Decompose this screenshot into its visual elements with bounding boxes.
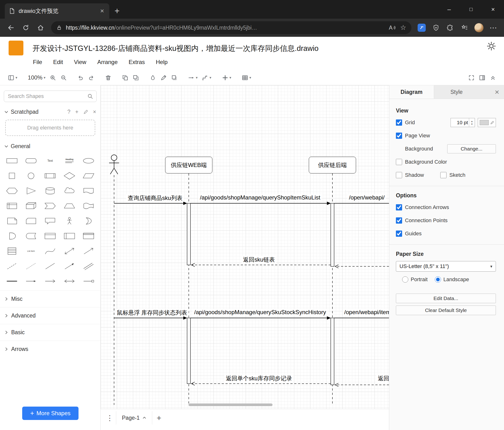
- browser-tab[interactable]: drawio文件预览 ×: [5, 3, 109, 19]
- pages-menu-icon[interactable]: ⋮: [104, 411, 116, 424]
- shape-cloud[interactable]: [60, 183, 79, 198]
- sidebar-section-arrows[interactable]: Arrows: [0, 341, 100, 357]
- format-panel-button[interactable]: [477, 72, 487, 83]
- portrait-radio[interactable]: Portrait: [402, 276, 428, 283]
- view-button[interactable]: ▾: [6, 72, 19, 83]
- shape-bidirectional-arrow[interactable]: [60, 243, 79, 259]
- shape-dotted-line[interactable]: [21, 259, 41, 273]
- tab-style[interactable]: Style: [434, 85, 479, 99]
- panel-close-icon[interactable]: ×: [490, 85, 504, 99]
- shape-note[interactable]: [2, 213, 21, 228]
- scratchpad-drop-area[interactable]: Drag elements here: [5, 120, 95, 136]
- sketch-checkbox[interactable]: Sketch: [440, 172, 465, 178]
- shape-process[interactable]: [41, 168, 60, 183]
- landscape-radio[interactable]: Landscape: [435, 276, 469, 283]
- scratchpad-help-icon[interactable]: ?: [67, 109, 70, 115]
- menu-view[interactable]: View: [74, 59, 86, 65]
- shadow-button[interactable]: [169, 72, 180, 83]
- paper-size-select[interactable]: US-Letter (8,5" x 11") ▾: [396, 261, 496, 272]
- connection-arrows-checkbox[interactable]: Connection Arrows: [396, 204, 449, 210]
- fill-color-button[interactable]: [147, 72, 158, 83]
- scratchpad-edit-icon[interactable]: [83, 109, 88, 114]
- redo-button[interactable]: [86, 72, 97, 83]
- collapse-button[interactable]: [487, 72, 498, 83]
- shape-cylinder[interactable]: [41, 183, 60, 198]
- general-section-header[interactable]: General: [0, 140, 100, 153]
- shape-tape[interactable]: [79, 198, 98, 213]
- shape-data-storage[interactable]: [21, 228, 41, 243]
- new-tab-button[interactable]: +: [115, 3, 120, 19]
- shape-list-item[interactable]: List Item: [21, 243, 41, 259]
- connection-button[interactable]: ▾: [186, 72, 200, 83]
- clear-default-style-button[interactable]: Clear Default Style: [396, 306, 496, 315]
- zoom-in-button[interactable]: [47, 72, 58, 83]
- back-button[interactable]: [4, 21, 18, 34]
- menu-edit[interactable]: Edit: [53, 59, 63, 65]
- undo-button[interactable]: [75, 72, 86, 83]
- line-color-button[interactable]: [158, 72, 169, 83]
- horizontal-scrollbar[interactable]: [189, 403, 272, 406]
- grid-checkbox-input[interactable]: [396, 120, 402, 126]
- shape-block-arrow-line[interactable]: [79, 273, 98, 289]
- background-color-checkbox-input[interactable]: [396, 159, 402, 165]
- shape-horizontal-line[interactable]: [2, 273, 21, 289]
- to-back-button[interactable]: [131, 72, 141, 83]
- maximize-button[interactable]: □: [460, 0, 482, 19]
- shadow-checkbox[interactable]: Shadow: [396, 172, 440, 178]
- close-window-button[interactable]: ×: [482, 0, 504, 19]
- delete-button[interactable]: [103, 72, 114, 83]
- shape-document[interactable]: [79, 183, 98, 198]
- page-tab[interactable]: Page-1: [116, 411, 152, 424]
- shape-open-arrow[interactable]: [41, 273, 60, 289]
- fullscreen-button[interactable]: [466, 72, 477, 83]
- shape-square[interactable]: [2, 168, 21, 183]
- shadow-checkbox-input[interactable]: [396, 172, 402, 178]
- shape-or[interactable]: [79, 213, 98, 228]
- grid-size-stepper[interactable]: ▴▾: [469, 118, 475, 127]
- guides-checkbox[interactable]: Guides: [396, 231, 422, 237]
- shape-hexagon[interactable]: [2, 183, 21, 198]
- more-shapes-button[interactable]: + More Shapes: [22, 407, 79, 420]
- background-color-checkbox[interactable]: Background Color: [396, 159, 447, 165]
- grid-color-button[interactable]: [478, 118, 496, 127]
- dark-mode-toggle-icon[interactable]: [486, 41, 496, 51]
- extensions-puzzle-icon[interactable]: [444, 21, 457, 34]
- shape-arrow[interactable]: [79, 243, 98, 259]
- shape-horizontal-container[interactable]: [79, 228, 98, 243]
- profile-avatar[interactable]: [472, 21, 485, 34]
- translator-extension-icon[interactable]: [415, 21, 428, 34]
- home-button[interactable]: [34, 21, 47, 34]
- menu-file[interactable]: File: [33, 59, 42, 65]
- shape-dashed-line[interactable]: [2, 259, 21, 273]
- sidebar-section-basic[interactable]: Basic: [0, 324, 100, 341]
- shape-double-arrow[interactable]: [60, 273, 79, 289]
- insert-button[interactable]: ▾: [220, 72, 234, 83]
- shape-actor[interactable]: [60, 213, 79, 228]
- tab-diagram[interactable]: Diagram: [389, 85, 434, 99]
- zoom-out-button[interactable]: [58, 72, 69, 83]
- browser-menu-icon[interactable]: ⋯: [487, 21, 500, 34]
- shape-curve[interactable]: [41, 243, 60, 259]
- favorites-hub-icon[interactable]: [458, 21, 471, 34]
- add-page-button[interactable]: +: [152, 411, 166, 424]
- tab-close-icon[interactable]: ×: [99, 7, 106, 15]
- shape-triangle[interactable]: [21, 183, 41, 198]
- shape-line[interactable]: [41, 259, 60, 273]
- shape-parallelogram[interactable]: [79, 168, 98, 183]
- change-background-button[interactable]: Change...: [447, 144, 496, 153]
- shape-thin-arrow[interactable]: [21, 273, 41, 289]
- shape-link[interactable]: [79, 259, 98, 273]
- menu-help[interactable]: Help: [156, 59, 168, 65]
- scratchpad-add-icon[interactable]: +: [75, 109, 78, 115]
- search-shapes-input[interactable]: [4, 91, 97, 102]
- shape-vertical-container[interactable]: [60, 228, 79, 243]
- waypoints-button[interactable]: ▾: [200, 72, 214, 83]
- edit-data-button[interactable]: Edit Data...: [396, 294, 496, 303]
- landscape-radio-input[interactable]: [435, 276, 441, 283]
- shape-container[interactable]: [41, 228, 60, 243]
- sidebar-section-misc[interactable]: Misc: [0, 290, 100, 307]
- shape-cube[interactable]: [21, 198, 41, 213]
- shape-callout[interactable]: [41, 213, 60, 228]
- participant-web[interactable]: 供应链WEB端: [165, 157, 212, 173]
- shape-diamond[interactable]: [60, 168, 79, 183]
